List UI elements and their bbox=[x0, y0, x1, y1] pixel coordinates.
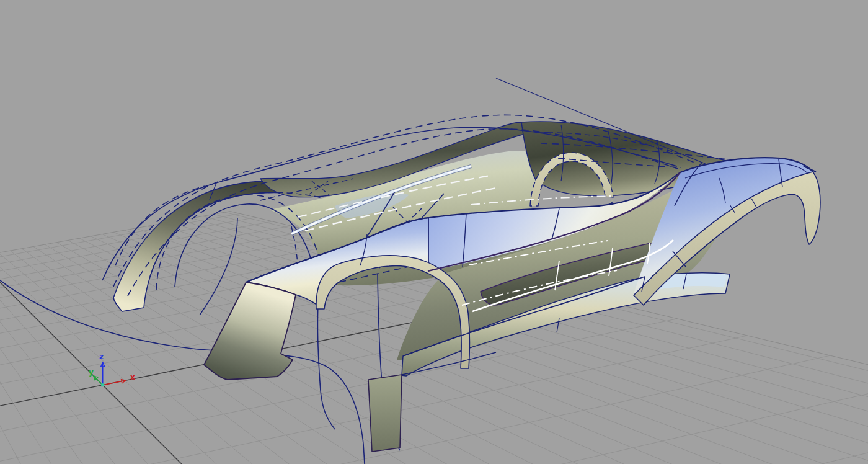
axis-triad: xyz bbox=[89, 352, 135, 386]
y-axis-label: y bbox=[89, 368, 94, 377]
bg-vertical-construction-a[interactable] bbox=[317, 305, 335, 429]
3d-viewport[interactable]: xyz bbox=[0, 0, 868, 464]
scene-svg[interactable]: xyz bbox=[0, 0, 868, 464]
origin-marker bbox=[101, 383, 104, 386]
bg-ground-loop-curve[interactable] bbox=[0, 280, 365, 464]
x-axis-label: x bbox=[130, 373, 135, 381]
fg-door-front-hanging-panel[interactable] bbox=[368, 375, 402, 452]
fg-front-splitter[interactable] bbox=[204, 282, 296, 380]
grid-line-u bbox=[0, 272, 102, 464]
z-axis-label: z bbox=[99, 352, 104, 361]
